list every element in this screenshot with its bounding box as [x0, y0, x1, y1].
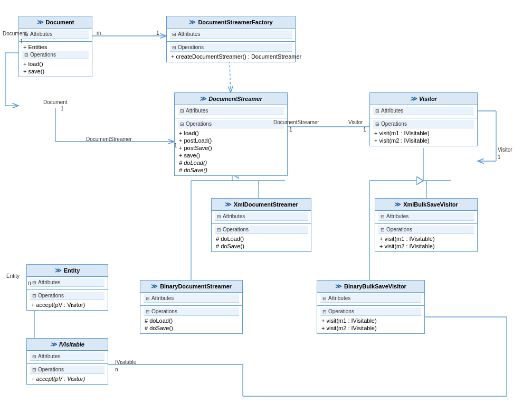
- label-document-left: Document: [3, 31, 27, 36]
- chevron-icon: ≫: [37, 18, 44, 26]
- chevron-icon: ≫: [151, 283, 158, 290]
- class-entity-header: ≫ Entity: [27, 265, 108, 277]
- class-ivisitable-attributes: ⊟ Attributes: [27, 351, 108, 364]
- class-bin-bsv-name: BinaryBulkSaveVisitor: [344, 283, 406, 289]
- dosave-item: # doSave(): [144, 324, 239, 332]
- class-dsf-header: ≫ DocumentStreamerFactory: [167, 16, 295, 29]
- operations-header: ⊟ Operations: [215, 226, 308, 234]
- attributes-header: ⊟ Attributes: [144, 294, 239, 303]
- label-1-doc: 1: [61, 106, 64, 111]
- class-xml-ds-header: ≫ XmlDocumentStreamer: [212, 199, 311, 211]
- class-xml-bsv: ≫ XmlBulkSaveVisitor ⊟ Attributes ⊟ Oper…: [375, 198, 478, 252]
- class-dsf-operations: ⊟ Operations + createDocumentStreamer() …: [167, 42, 295, 62]
- class-xml-ds-operations: ⊟ Operations # doLoad() # doSave(): [212, 224, 311, 251]
- class-ivisitable-name: IVisitable: [59, 341, 84, 348]
- attributes-header: ⊟ Attributes: [373, 107, 474, 115]
- class-ivisitable: ≫ IVisitable ⊟ Attributes ⊟ Operations +…: [26, 338, 108, 385]
- visit-m2: + visit(m2 : IVisitable): [320, 324, 421, 332]
- chevron-icon: ≫: [200, 95, 206, 102]
- svg-line-8: [230, 61, 231, 92]
- operations-header: ⊟ Operations: [170, 43, 292, 52]
- operations-header: ⊟ Operations: [378, 226, 474, 234]
- accept-item: + accept(pV : Visitor): [30, 375, 104, 382]
- class-document-attributes: ⊟ Attributes: [19, 29, 92, 42]
- class-bin-ds: ≫ BinaryDocumentStreamer ⊟ Attributes ⊟ …: [140, 280, 243, 334]
- label-ds-left: DocumentStreamer: [86, 136, 132, 142]
- class-visitor-name: Visitor: [419, 96, 437, 102]
- class-document-header: ≫ Document: [19, 16, 92, 29]
- class-xml-bsv-header: ≫ XmlBulkSaveVisitor: [375, 199, 477, 211]
- class-bin-ds-attributes: ⊟ Attributes: [140, 293, 242, 306]
- chevron-icon: ≫: [410, 95, 417, 102]
- class-entity-operations: ⊟ Operations + accept(pV : Visitor): [27, 290, 108, 310]
- accept-item: + accept(pV : Visitor): [30, 301, 104, 308]
- class-xml-bsv-name: XmlBulkSaveVisitor: [403, 201, 458, 208]
- class-visitor-operations: ⊟ Operations + visit(m1 : IVisitable) + …: [370, 118, 477, 146]
- label-1-visitor: 1: [363, 127, 366, 133]
- chevron-icon: ≫: [50, 341, 57, 348]
- label-n-entity: n: [28, 280, 31, 286]
- load-item: + load(): [22, 60, 89, 68]
- operations-header: ⊟ Operations: [22, 51, 89, 59]
- label-ivisitable: IVisitable: [115, 359, 136, 365]
- class-ivisitable-operations: ⊟ Operations + accept(pV : Visitor): [27, 364, 108, 384]
- operations-header: ⊟ Operations: [178, 120, 284, 128]
- uml-diagram: ≫ Document ⊟ Attributes + Entities ⊟ Ope…: [0, 0, 532, 402]
- visit-m2: + visit(m2 : IVisitable): [373, 137, 474, 144]
- class-xml-ds-name: XmlDocumentStreamer: [234, 201, 298, 208]
- label-m: m: [97, 30, 101, 36]
- class-document-name: Document: [46, 19, 74, 25]
- operations-header: ⊟ Operations: [144, 307, 239, 316]
- class-bin-bsv-attributes: ⊟ Attributes: [317, 293, 424, 306]
- load-item: + load(): [178, 129, 284, 137]
- label-n-ivisitable: n: [115, 367, 118, 372]
- attributes-header: ⊟ Attributes: [320, 294, 421, 303]
- chevron-icon: ≫: [335, 283, 342, 290]
- attributes-header: ⊟ Attributes: [30, 278, 104, 287]
- class-entity-name: Entity: [64, 267, 80, 274]
- operations-header: ⊟ Operations: [373, 120, 474, 128]
- visit-m1: + visit(m1 : IVisitable): [378, 235, 474, 242]
- save-item: + save(): [22, 68, 89, 75]
- class-ds-header: ≫ DocumentStreamer: [175, 93, 287, 105]
- class-visitor-attributes: ⊟ Attributes: [370, 105, 477, 118]
- class-dsf-attributes: ⊟ Attributes: [167, 29, 295, 42]
- attributes-header: ⊟ Attributes: [215, 212, 308, 221]
- class-bin-bsv-operations: ⊟ Operations + visit(m1 : IVisitable) + …: [317, 306, 424, 333]
- doload-item: # doLoad(): [178, 159, 284, 166]
- chevron-icon: ≫: [189, 18, 196, 26]
- doload-item: # doLoad(): [144, 317, 239, 324]
- class-ds-name: DocumentStreamer: [208, 96, 262, 102]
- dosave-item: # doSave(): [215, 242, 308, 250]
- label-visitor-top: Visitor: [348, 119, 363, 125]
- class-visitor-header: ≫ Visitor: [370, 93, 477, 105]
- visit-m1: + visit(m1 : IVisitable): [320, 317, 421, 324]
- label-1-left: 1: [20, 39, 23, 44]
- attributes-header: ⊟ Attributes: [30, 352, 104, 361]
- attributes-header: ⊟ Attributes: [170, 30, 292, 39]
- entities-item: + Entities: [22, 43, 89, 51]
- label-1-right: 1: [156, 30, 159, 36]
- chevron-icon: ≫: [225, 201, 232, 208]
- operations-header: ⊟ Operations: [30, 366, 104, 374]
- visit-m2: + visit(m2 : IVisitable): [378, 242, 474, 250]
- class-ds: ≫ DocumentStreamer ⊟ Attributes ⊟ Operat…: [174, 92, 288, 176]
- class-ivisitable-header: ≫ IVisitable: [27, 339, 108, 351]
- class-bin-bsv: ≫ BinaryBulkSaveVisitor ⊟ Attributes ⊟ O…: [317, 280, 425, 334]
- visit-m1: + visit(m1 : IVisitable): [373, 129, 474, 137]
- class-entity: ≫ Entity ⊟ Attributes ⊟ Operations + acc…: [26, 264, 108, 311]
- create-method: + createDocumentStreamer() : DocumentStr…: [170, 53, 292, 60]
- dosave-item: # doSave(): [178, 166, 284, 174]
- class-xml-bsv-attributes: ⊟ Attributes: [375, 211, 477, 224]
- postload-item: + postLoad(): [178, 137, 284, 144]
- chevron-icon: ≫: [55, 267, 62, 274]
- attributes-header: ⊟ Attributes: [178, 107, 284, 115]
- save-item: + save(): [178, 152, 284, 159]
- label-ds-mid: DocumentStreamer: [273, 119, 319, 125]
- class-dsf: ≫ DocumentStreamerFactory ⊟ Attributes ⊟…: [166, 16, 296, 62]
- class-bin-ds-header: ≫ BinaryDocumentStreamer: [140, 281, 242, 293]
- label-entity: Entity: [6, 273, 20, 279]
- attributes-header: ⊟ Attributes: [22, 30, 89, 39]
- label-visitor-right: Visitor: [498, 147, 512, 153]
- class-document-operations: + Entities ⊟ Operations + load() + save(…: [19, 42, 92, 77]
